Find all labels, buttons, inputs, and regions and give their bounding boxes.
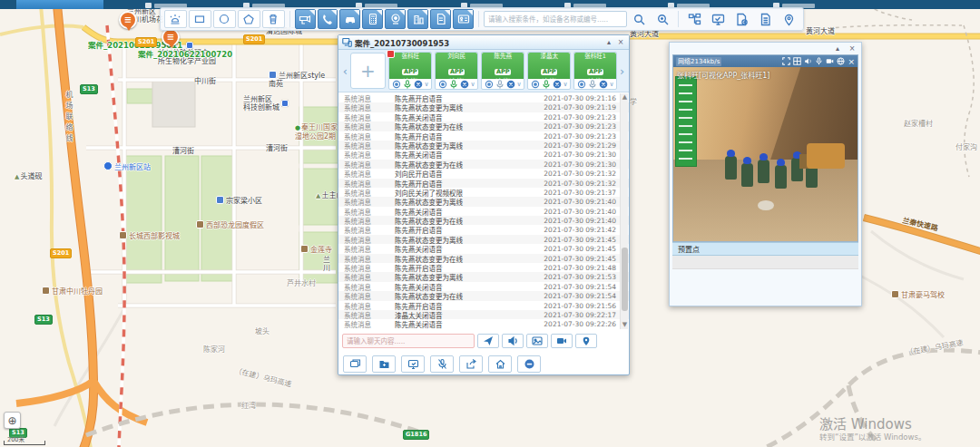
mic-icon[interactable] <box>495 80 505 89</box>
keypad-device-button[interactable] <box>362 9 383 29</box>
mic-icon[interactable] <box>815 57 823 65</box>
mic-icon[interactable] <box>403 80 412 89</box>
vehicle-button[interactable] <box>339 9 360 29</box>
message-row: 系统消息 陈先燕状态变更为在线 2021-07-30 09:21:45 <box>338 254 629 263</box>
scrollbar-thumb[interactable] <box>622 248 628 311</box>
message-time: 2021-07-30 09:21:30 <box>533 151 616 159</box>
phone-button[interactable] <box>318 9 338 29</box>
chevron-down-icon[interactable]: ∨ <box>425 81 429 88</box>
camera-icon[interactable] <box>531 80 540 89</box>
scroll-up-icon[interactable]: ▲ <box>621 93 629 102</box>
message-row: 系统消息 陈先燕状态变更为在线 2021-07-30 09:21:54 <box>338 291 629 300</box>
camera-icon[interactable] <box>577 80 586 89</box>
preset-points-empty-row[interactable] <box>672 256 858 269</box>
speaker-icon[interactable] <box>804 57 812 65</box>
close-icon[interactable]: × <box>848 57 855 66</box>
report-settings-button[interactable] <box>730 10 752 28</box>
document-button[interactable] <box>430 9 451 29</box>
video-panel: ▴ × 网络2134kb/s × <box>669 42 862 306</box>
video-titlebar[interactable]: 网络2134kb/s × <box>673 55 858 67</box>
member-card[interactable]: 张科旺 APP (在线) ∨ <box>388 52 432 90</box>
minimize-icon[interactable]: ▴ <box>833 44 842 53</box>
scrollbar[interactable]: ▲ ▼ <box>620 93 628 329</box>
chevron-down-icon[interactable]: ∨ <box>610 81 614 88</box>
map-pin-button[interactable] <box>778 10 799 28</box>
message-text: 陈先燕状态变更为离线 <box>395 141 533 151</box>
mic-icon[interactable] <box>588 80 597 89</box>
close-icon[interactable]: × <box>848 44 857 53</box>
chevron-down-icon[interactable]: ∨ <box>471 81 475 88</box>
archive-folder-button[interactable] <box>372 355 396 373</box>
home-button[interactable] <box>488 355 512 373</box>
advanced-search-button[interactable] <box>652 10 674 28</box>
case-marker-icon[interactable] <box>162 28 180 46</box>
hangup-icon[interactable] <box>506 80 515 89</box>
draw-rectangle-button[interactable] <box>189 10 211 28</box>
chevron-down-icon[interactable]: ∨ <box>517 81 522 88</box>
draw-circle-button[interactable] <box>213 10 236 28</box>
search-input[interactable] <box>484 11 627 27</box>
member-card[interactable]: 陈先燕 APP (在线) ∨ <box>481 52 524 90</box>
network-globe-icon[interactable] <box>837 57 845 65</box>
device-tree-button[interactable] <box>683 10 705 28</box>
case-panel-titlebar[interactable]: 案件_20210730091953 ▴ × <box>338 35 629 50</box>
locate-button[interactable]: ⊕ <box>4 412 21 429</box>
camera-icon[interactable] <box>438 80 447 89</box>
preset-points-header[interactable]: 预置点 <box>672 242 858 256</box>
hangup-icon[interactable] <box>460 80 469 89</box>
case-marker-icon[interactable] <box>119 11 137 29</box>
screen-push-button[interactable] <box>401 355 425 373</box>
message-time: 2021-07-30 09:21:45 <box>533 245 616 253</box>
multi-window-button[interactable] <box>343 355 367 373</box>
dome-camera-button[interactable] <box>385 9 406 29</box>
delete-shape-button[interactable] <box>262 10 285 28</box>
message-row: 系统消息 陈先燕开启语音 2021-07-30 09:21:42 <box>338 225 629 234</box>
camera-icon[interactable] <box>392 80 401 89</box>
video-feed[interactable]: 张科旺[可视化APP_张科旺1] <box>673 67 858 241</box>
alarm-button[interactable] <box>164 10 187 28</box>
message-time: 2021-07-30 09:21:40 <box>533 217 616 225</box>
id-card-button[interactable] <box>453 9 474 29</box>
send-location-button[interactable] <box>575 334 597 348</box>
scroll-left-icon[interactable]: ‹ <box>340 64 350 78</box>
scroll-right-icon[interactable]: › <box>617 64 627 78</box>
hangup-icon[interactable] <box>553 80 562 89</box>
member-card[interactable]: 刘向民 APP (在线) ∨ <box>435 52 478 90</box>
mic-mute-button[interactable] <box>430 355 454 373</box>
add-member-button[interactable]: + <box>350 53 386 89</box>
log-document-button[interactable] <box>754 10 776 28</box>
cctv-camera-button[interactable] <box>295 9 316 29</box>
member-card[interactable]: 漆晶太 APP (在线) ∨ <box>527 52 571 90</box>
message-list[interactable]: 系统消息 陈先燕开启语音 2021-07-30 09:21:16 系统消息 陈先… <box>338 93 629 329</box>
search-button[interactable] <box>629 10 651 28</box>
draw-polygon-button[interactable] <box>238 10 260 28</box>
building-button[interactable] <box>407 9 428 29</box>
chat-input[interactable] <box>342 334 475 348</box>
member-card[interactable]: 张科旺1 APP (在线) ∨ <box>573 52 617 90</box>
mic-icon[interactable] <box>449 80 458 89</box>
close-icon[interactable]: × <box>616 38 625 46</box>
monitor-wall-button[interactable] <box>707 10 729 28</box>
end-session-button[interactable] <box>517 355 541 373</box>
minimize-icon[interactable]: ▴ <box>604 38 613 46</box>
image-button[interactable] <box>526 334 548 348</box>
scroll-down-icon[interactable]: ▼ <box>621 321 629 329</box>
camera-icon[interactable] <box>485 80 494 89</box>
record-icon[interactable] <box>826 57 834 65</box>
video-call-button[interactable] <box>551 334 573 348</box>
message-text: 陈先燕关闭语音 <box>395 244 533 254</box>
message-text: 漆晶太关闭语音 <box>395 310 533 320</box>
send-button[interactable] <box>477 334 499 348</box>
hangup-icon[interactable] <box>414 80 423 89</box>
message-time: 2021-07-30 09:21:45 <box>533 236 616 244</box>
share-export-button[interactable] <box>459 355 483 373</box>
mic-icon[interactable] <box>542 80 551 89</box>
fullscreen-icon[interactable] <box>782 57 790 65</box>
hangup-icon[interactable] <box>599 80 608 89</box>
grid-layout-icon[interactable] <box>793 57 801 65</box>
message-row: 系统消息 陈先燕开启语音 2021-07-30 09:21:23 <box>338 131 629 141</box>
voice-broadcast-button[interactable] <box>502 334 524 348</box>
message-text: 陈先燕状态变更为在线 <box>395 160 533 170</box>
chevron-down-icon[interactable]: ∨ <box>564 81 568 88</box>
nav-item-active[interactable] <box>16 0 103 9</box>
